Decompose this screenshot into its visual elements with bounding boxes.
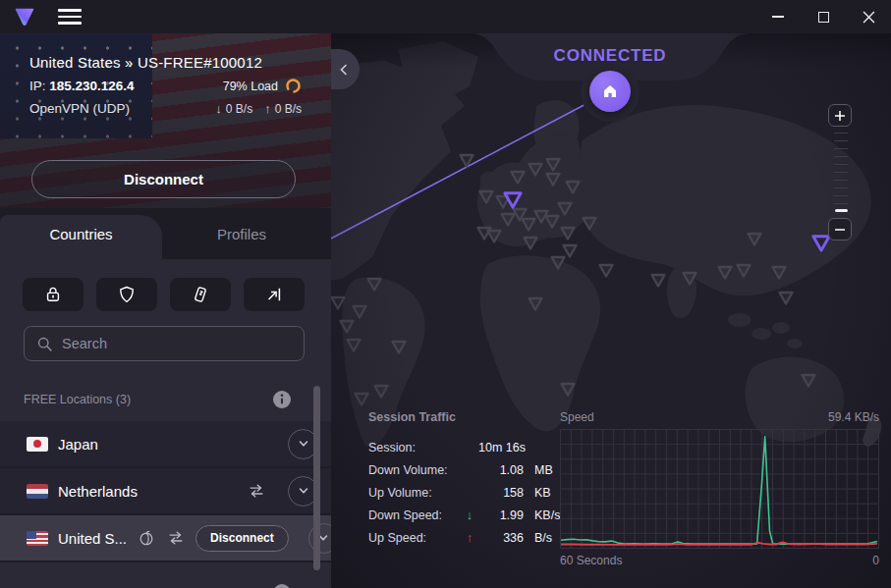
section-plus-locations: PLUS Locations (64) [0,571,331,588]
traffic-row: Down Volume:1.08MB [368,458,567,481]
info-icon[interactable] [272,390,292,409]
feature-kill-switch-button[interactable] [170,278,231,311]
country-row-us[interactable]: United S...Disconnect [0,515,331,562]
down-arrow-icon: ↓ [215,101,222,116]
home-marker-button[interactable] [589,71,631,112]
zoom-out-button[interactable] [828,218,852,241]
protocol-label: OpenVPN (UDP) [29,101,130,116]
server-pin-icon [562,228,575,240]
lock-icon [43,285,63,304]
load-ring-icon [285,78,302,94]
flag-nl-icon [27,484,48,499]
zoom-in-button[interactable] [828,104,852,127]
flag-jp-icon [27,437,48,452]
up-arrow-icon: ↑ [264,101,271,116]
chart-xright-label: 0 [872,554,879,567]
maximize-button[interactable] [801,0,846,33]
speed-chart: Speed 59.4 KB/s 60 Seconds 0 [560,410,879,567]
close-icon [863,11,875,24]
row-disconnect-button[interactable]: Disconnect [195,525,289,552]
traffic-row: Down Speed:↓1.99KB/s [368,504,567,526]
hamburger-menu-icon[interactable] [58,7,84,27]
country-list: FREE Locations (3) JapanNetherlandsUnite… [0,378,331,588]
tab-bar: Countries Profiles [0,208,331,259]
country-name: Japan [58,436,98,453]
maximize-icon [818,12,829,23]
zoom-slider-track[interactable] [834,133,848,207]
session-traffic-title: Session Traffic [368,410,567,424]
search-input[interactable] [62,336,292,351]
smart-routing-swap-icon [166,528,186,548]
disconnect-button[interactable]: Disconnect [31,160,296,198]
protonvpn-window: United States » US-FREE#100012 IP: 185.2… [0,0,891,588]
chevron-left-icon [336,62,352,78]
server-pin-icon [600,265,613,277]
server-pin-icon [564,245,577,257]
transfer-rates: ↓0 B/s ↑0 B/s [215,101,302,116]
sidebar-scrollbar[interactable] [313,386,320,570]
minus-icon [834,224,846,236]
tab-profiles[interactable]: Profiles [162,208,321,259]
search-icon [36,336,53,352]
connection-status: CONNECTED [469,46,752,66]
up-arrow-icon: ↑ [461,530,478,545]
titlebar [0,0,891,33]
down-arrow-icon: ↓ [461,508,478,522]
close-button[interactable] [846,0,891,33]
country-name: United S... [58,530,127,547]
chart-plot-area [560,429,879,549]
feature-netshield-button[interactable] [96,278,157,311]
smart-routing-swap-icon [247,481,266,501]
switch-icon [191,285,210,304]
shield-icon [117,285,137,304]
country-row-nl[interactable]: Netherlands [0,468,331,515]
home-icon [601,82,619,100]
connection-title: United States » US-FREE#100012 [29,54,302,71]
flag-us-icon [27,531,48,546]
session-traffic-panel: Session Traffic Session:10m 16sDown Volu… [368,410,567,549]
ip-address: IP: 185.230.126.4 [29,79,135,93]
info-icon[interactable] [272,583,292,588]
map-zoom-control [828,104,854,241]
feature-port-forwarding-button[interactable] [244,278,305,311]
countries-panel: FREE Locations (3) JapanNetherlandsUnite… [0,259,331,588]
server-load: 79% Load [223,78,302,94]
traffic-row: Session:10m 16s [368,436,567,458]
minimize-icon [772,16,784,18]
zoom-slider-handle[interactable] [835,209,848,212]
minimize-button[interactable] [755,0,801,33]
country-name: Netherlands [58,483,138,500]
search-box [24,326,305,361]
traffic-row: Up Speed:↑336B/s [368,526,567,549]
server-pin-icon [780,293,793,304]
server-pin-icon [332,297,345,309]
traffic-row: Up Volume:158KB [368,481,567,504]
feature-secure-core-button[interactable] [23,278,84,311]
tab-countries[interactable]: Countries [0,208,162,259]
connection-card: United States » US-FREE#100012 IP: 185.2… [0,33,331,208]
proton-vpn-logo-icon [13,5,36,28]
portforward-icon [264,285,284,304]
plus-icon [834,110,846,122]
tor-onion-icon [137,528,156,548]
sidebar: United States » US-FREE#100012 IP: 185.2… [0,33,331,588]
chart-xleft-label: 60 Seconds [560,554,622,567]
server-pin-icon [525,238,537,249]
server-pin-icon [652,275,665,287]
world-map: CONNECTED Session Traffic Session:10m 16… [331,33,891,588]
chart-ymax-label: 59.4 KB/s [828,410,879,424]
section-free-locations: FREE Locations (3) [0,378,331,421]
country-row-jp[interactable]: Japan [0,421,331,468]
chart-title: Speed [560,410,594,424]
